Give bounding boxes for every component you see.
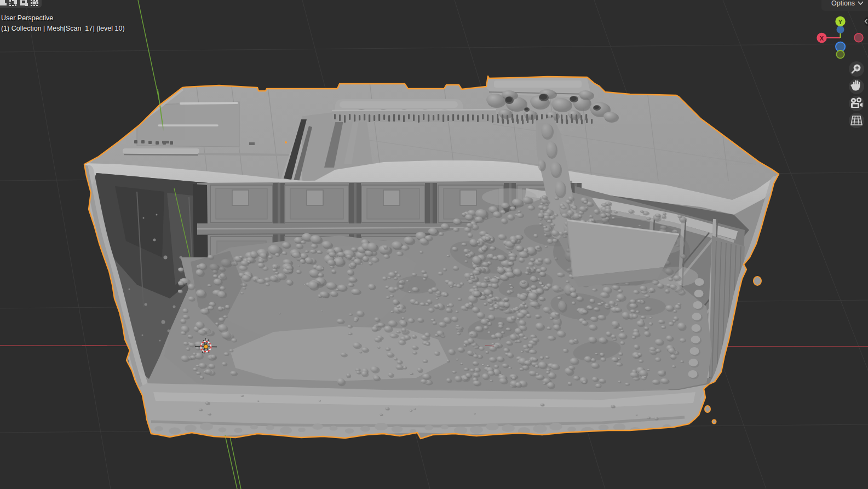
svg-text:Options: Options xyxy=(831,0,855,7)
svg-text:X: X xyxy=(820,35,824,42)
svg-text:Y: Y xyxy=(838,19,843,25)
